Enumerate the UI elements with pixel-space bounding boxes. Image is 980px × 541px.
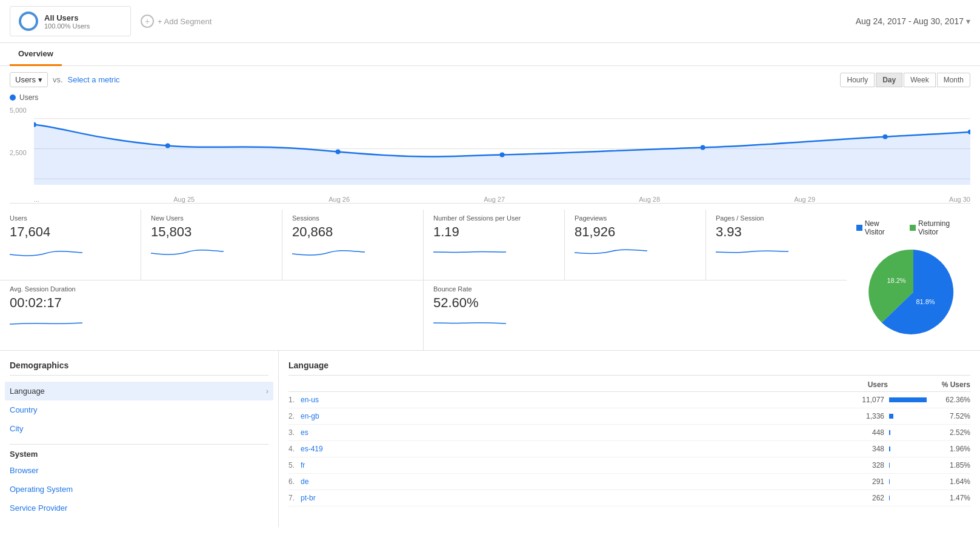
lang-row-pct: 7.52% (940, 412, 970, 420)
legend-label-users: Users (19, 93, 38, 102)
y-label-2500: 2,500 (10, 149, 32, 156)
pie-legend-returning: Returning Visitor (910, 219, 970, 236)
lang-row-bar-area (889, 397, 938, 402)
lang-row-num: 6. (288, 477, 301, 486)
chart-svg (34, 107, 970, 191)
lang-row-bar (889, 496, 890, 500)
demo-language-label: Language (10, 387, 45, 396)
lang-row-4: 5. fr 328 1.85% (288, 457, 970, 474)
time-btn-hourly[interactable]: Hourly (840, 73, 875, 87)
lang-row-name[interactable]: fr (301, 461, 842, 470)
pie-legend-new-dot (856, 225, 862, 231)
metric-bounce-rate-label: Bounce Rate (433, 285, 837, 293)
lang-row-pct: 62.36% (940, 396, 970, 404)
select-metric-link[interactable]: Select a metric (68, 75, 120, 84)
top-bar: All Users 100.00% Users + + Add Segment … (0, 0, 980, 43)
metrics-row2: Avg. Session Duration 00:02:17 Bounce Ra… (0, 280, 847, 351)
language-panel: Language Users % Users 1. en-us 11,077 6… (279, 351, 980, 527)
demo-item-country[interactable]: Country (10, 400, 268, 419)
lang-col-users: Users (845, 380, 888, 389)
pie-label-returning: 18.2% (887, 277, 905, 284)
all-users-text: All Users 100.00% Users (44, 13, 90, 30)
lang-title: Language (288, 360, 328, 370)
tab-overview[interactable]: Overview (10, 43, 62, 66)
demographics-title: Demographics (10, 360, 268, 376)
time-btn-month[interactable]: Month (937, 73, 970, 87)
demo-service-link[interactable]: Service Provider (10, 503, 67, 513)
segment-circle-icon (19, 12, 38, 31)
svg-point-6 (499, 152, 504, 157)
demo-country-link[interactable]: Country (10, 405, 38, 414)
lang-row-bar (889, 414, 893, 419)
lang-row-0: 1. en-us 11,077 62.36% (288, 392, 970, 408)
lang-col-headers: Users % Users (288, 378, 970, 392)
lang-row-name[interactable]: es-419 (301, 445, 842, 453)
metric-bounce-rate-value: 52.60% (433, 295, 837, 311)
svg-point-4 (165, 144, 170, 148)
metric-new-users-sparkline (151, 244, 272, 261)
x-label-aug29: Aug 29 (794, 196, 815, 203)
metric-sessions-per-user-value: 1.19 (433, 224, 555, 240)
lang-row-bar-area (889, 479, 938, 484)
x-label-aug30: Aug 30 (949, 196, 970, 203)
demo-item-city[interactable]: City (10, 419, 268, 438)
metrics-cards: Users 17,604 New Users 15,803 Sess (0, 210, 847, 350)
lang-row-name[interactable]: en-us (301, 396, 842, 404)
metric-sessions-value: 20,868 (292, 224, 413, 240)
segment-area: All Users 100.00% Users + + Add Segment (10, 6, 212, 36)
demo-item-language[interactable]: Language › (5, 382, 273, 400)
lang-row-3: 4. es-419 348 1.96% (288, 441, 970, 457)
demo-item-service-provider[interactable]: Service Provider (10, 499, 268, 517)
lang-row-num: 4. (288, 445, 301, 453)
demo-language-arrow: › (266, 387, 268, 396)
metric-bounce-rate: Bounce Rate 52.60% (424, 280, 847, 351)
metrics-row1: Users 17,604 New Users 15,803 Sess (0, 210, 847, 280)
metric-avg-session-label: Avg. Session Duration (10, 285, 413, 293)
all-users-title: All Users (44, 13, 90, 22)
metric-users: Users 17,604 (0, 210, 141, 280)
add-segment-button[interactable]: + + Add Segment (141, 15, 212, 28)
metrics-pie-row: Users 17,604 New Users 15,803 Sess (0, 210, 980, 351)
lang-row-name[interactable]: de (301, 477, 842, 486)
metric-sessions-sparkline (292, 244, 413, 261)
pie-legend-new: New Visitor (856, 219, 900, 236)
lang-row-bar-area (889, 414, 938, 419)
demo-item-browser[interactable]: Browser (10, 461, 268, 480)
metric-pages-session: Pages / Session 3.93 (706, 210, 847, 280)
time-btn-week[interactable]: Week (904, 73, 935, 87)
all-users-box[interactable]: All Users 100.00% Users (10, 6, 131, 36)
pie-chart-svg: 81.8% 18.2% (865, 244, 962, 340)
lang-row-users: 262 (842, 494, 884, 502)
lang-row-bar-area (889, 430, 938, 435)
svg-point-5 (336, 149, 341, 154)
x-label-0: ... (34, 196, 39, 203)
demo-item-os[interactable]: Operating System (10, 480, 268, 499)
date-range[interactable]: Aug 24, 2017 - Aug 30, 2017 ▾ (856, 16, 970, 26)
demo-browser-link[interactable]: Browser (10, 466, 39, 475)
lang-row-bar (889, 430, 890, 435)
lang-row-1: 2. en-gb 1,336 7.52% (288, 408, 970, 425)
tabs-bar: Overview (0, 43, 980, 66)
metric-sessions-per-user: Number of Sessions per User 1.19 (424, 210, 565, 280)
lang-row-bar-area (889, 463, 938, 468)
date-range-text: Aug 24, 2017 - Aug 30, 2017 (856, 16, 964, 26)
demo-city-link[interactable]: City (10, 424, 23, 433)
x-label-aug28: Aug 28 (639, 196, 660, 203)
lang-row-name[interactable]: en-gb (301, 412, 842, 420)
users-dropdown-label: Users (15, 75, 36, 84)
lang-row-5: 6. de 291 1.64% (288, 474, 970, 490)
lang-row-users: 291 (842, 477, 884, 486)
lang-row-pct: 1.64% (940, 477, 970, 486)
metric-sessions-label: Sessions (292, 214, 413, 222)
lang-row-bar-area (889, 496, 938, 500)
users-dropdown[interactable]: Users ▾ (10, 72, 48, 87)
lang-row-bar (889, 446, 890, 451)
all-users-sub: 100.00% Users (44, 22, 90, 30)
lang-row-name[interactable]: pt-br (301, 494, 842, 502)
vs-label: vs. (53, 75, 63, 84)
lang-row-name[interactable]: es (301, 428, 842, 437)
demo-os-link[interactable]: Operating System (10, 485, 73, 494)
lang-row-6: 7. pt-br 262 1.47% (288, 490, 970, 506)
metric-bounce-rate-sparkline (433, 314, 837, 331)
time-btn-day[interactable]: Day (876, 73, 902, 87)
